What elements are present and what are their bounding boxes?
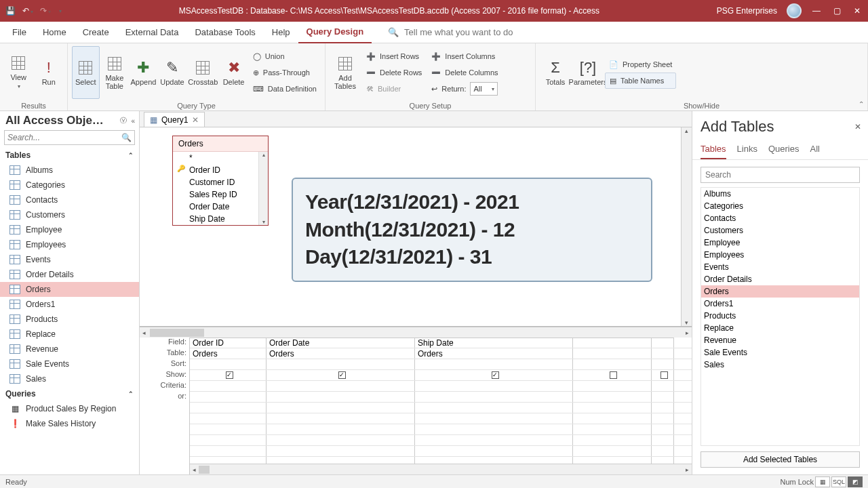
nav-table-customers[interactable]: Customers (0, 207, 139, 222)
qbe-cell-criteria[interactable] (573, 381, 652, 391)
nav-filter-icon[interactable]: ⓥ (120, 116, 127, 125)
qbe-cell-table[interactable]: Orders (267, 348, 415, 359)
add-tables-item[interactable]: Sales (701, 359, 859, 371)
qbe-cell-field[interactable] (573, 338, 652, 348)
qbe-cell-or[interactable] (190, 392, 267, 402)
add-tables-item[interactable]: Order Details (701, 273, 859, 285)
add-tables-item[interactable]: Customers (701, 224, 859, 237)
make-table-button[interactable]: Make Table (101, 46, 129, 99)
qbe-cell-empty[interactable] (415, 403, 573, 413)
append-button[interactable]: ✚Append (130, 46, 157, 99)
add-tables-item[interactable]: Categories (701, 200, 859, 212)
tab-external-data[interactable]: External Data (117, 22, 187, 43)
qbe-cell-or[interactable] (573, 392, 652, 402)
nav-query-make-sales-history[interactable]: ❗Make Sales History (0, 416, 139, 431)
select-query-button[interactable]: Select (72, 46, 100, 99)
show-checkbox[interactable]: ✓ (338, 371, 346, 379)
qbe-cell-empty[interactable] (415, 446, 573, 456)
qbe-cell-empty[interactable] (267, 413, 415, 424)
qbe-cell-empty[interactable] (573, 446, 652, 456)
delete-query-button[interactable]: ✖Delete (220, 46, 248, 99)
canvas-vscroll[interactable]: ▴▾ (681, 127, 692, 326)
delete-rows-button[interactable]: ➖Delete Rows (362, 64, 426, 81)
view-sql-button[interactable]: SQL (831, 476, 846, 487)
qbe-cell-sort[interactable] (190, 359, 267, 369)
view-button[interactable]: View▾ (4, 46, 33, 99)
insert-rows-button[interactable]: ➕Insert Rows (362, 48, 426, 64)
fieldlist-orders[interactable]: Orders *Order IDCustomer IDSales Rep IDO… (172, 136, 269, 226)
qbe-cell-field[interactable]: Ship Date (415, 338, 573, 348)
qbe-cell-empty[interactable] (190, 435, 267, 445)
tab-file[interactable]: File (4, 22, 35, 43)
nav-search-input[interactable] (5, 133, 119, 142)
qbe-hscroll[interactable]: ◂▸ (190, 464, 692, 474)
qbe-cell-empty[interactable] (267, 446, 415, 456)
property-sheet-button[interactable]: 📄Property Sheet (605, 56, 676, 73)
qbe-cell-empty[interactable] (652, 435, 674, 445)
collapse-ribbon-icon[interactable]: ⌃ (859, 100, 864, 108)
qbe-cell-criteria[interactable] (190, 381, 267, 391)
qbe-cell-sort[interactable] (652, 359, 674, 369)
qbe-cell-empty[interactable] (190, 424, 267, 434)
qbe-cell-field[interactable]: Order Date (267, 338, 415, 348)
qbe-cell-sort[interactable] (573, 359, 652, 369)
parameters-button[interactable]: [?]Parameters (572, 46, 604, 99)
add-tables-search[interactable] (701, 167, 860, 183)
qbe-cell-criteria[interactable] (652, 381, 674, 391)
qbe-cell-criteria[interactable] (415, 381, 573, 391)
nav-table-events[interactable]: Events (0, 252, 139, 267)
show-checkbox[interactable] (660, 371, 668, 379)
undo-icon[interactable]: ↶▾ (22, 6, 33, 16)
view-design-button[interactable]: ◩ (848, 476, 863, 487)
tab-create[interactable]: Create (75, 22, 117, 43)
qbe-cell-empty[interactable] (573, 435, 652, 445)
add-tables-item[interactable]: Albums (701, 188, 859, 200)
fieldlist-field[interactable]: Ship Date (173, 213, 268, 225)
maximize-button[interactable]: ▢ (831, 6, 842, 16)
qat-customize-icon[interactable]: ▾ (59, 8, 62, 14)
qbe-cell-empty[interactable] (415, 435, 573, 445)
crosstab-button[interactable]: Crosstab (187, 46, 218, 99)
fieldlist-field[interactable]: Order ID (173, 164, 268, 176)
qbe-cell-empty[interactable] (267, 435, 415, 445)
add-tables-item[interactable]: Products (701, 310, 859, 322)
qbe-cell-empty[interactable] (190, 446, 267, 456)
qbe-cell-field[interactable]: Order ID (190, 338, 267, 348)
fieldlist-field[interactable]: Order Date (173, 201, 268, 213)
qbe-cell-empty[interactable] (267, 403, 415, 413)
qbe-cell-empty[interactable] (573, 403, 652, 413)
qbe-cell-show[interactable]: ✓ (415, 370, 573, 380)
qbe-cell-show[interactable] (573, 370, 652, 380)
qbe-cell-empty[interactable] (652, 446, 674, 456)
qbe-cell-empty[interactable] (652, 403, 674, 413)
qbe-cell-sort[interactable] (267, 359, 415, 369)
user-avatar[interactable] (787, 3, 802, 18)
tab-home[interactable]: Home (35, 22, 75, 43)
union-button[interactable]: ◯Union (249, 48, 321, 64)
qbe-cell-empty[interactable] (573, 424, 652, 434)
qbe-cell-table[interactable] (652, 348, 674, 359)
nav-title[interactable]: All Access Obje… (5, 114, 120, 127)
qbe-cell-empty[interactable] (652, 413, 674, 424)
add-tables-item[interactable]: Employee (701, 237, 859, 249)
nav-table-contacts[interactable]: Contacts (0, 192, 139, 207)
nav-table-categories[interactable]: Categories (0, 178, 139, 192)
nav-table-order-details[interactable]: Order Details (0, 267, 139, 282)
qbe-cell-or[interactable] (267, 392, 415, 402)
add-tables-search-input[interactable] (701, 167, 859, 182)
add-tables-item[interactable]: Revenue (701, 334, 859, 346)
add-tables-button[interactable]: Add Tables (330, 46, 361, 99)
add-selected-tables-button[interactable]: Add Selected Tables (701, 451, 860, 468)
qbe-cell-table[interactable]: Orders (415, 348, 573, 359)
qbe-grid[interactable]: Field:Table:Sort:Show:Criteria:or: Order… (140, 338, 692, 474)
view-datasheet-button[interactable]: ▦ (815, 476, 830, 487)
nav-collapse-icon[interactable]: « (131, 117, 135, 125)
add-tables-item[interactable]: Replace (701, 322, 859, 334)
add-tables-item[interactable]: Orders (701, 285, 859, 298)
qbe-cell-empty[interactable] (652, 424, 674, 434)
nav-table-employee[interactable]: Employee (0, 222, 139, 237)
table-names-button[interactable]: ▤Table Names (605, 73, 676, 89)
qbe-cell-show[interactable]: ✓ (190, 370, 267, 380)
qbe-cell-or[interactable] (652, 392, 674, 402)
qbe-cell-field[interactable] (652, 338, 674, 348)
